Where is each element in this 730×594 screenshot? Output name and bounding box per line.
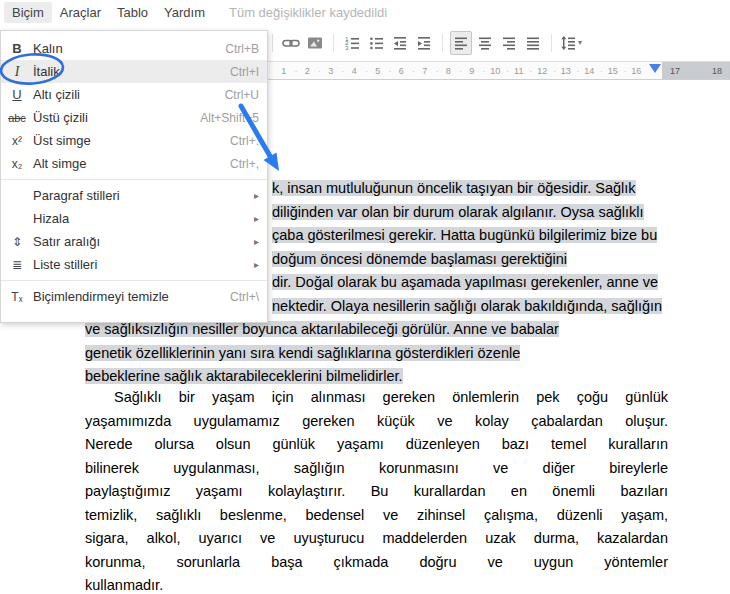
ruler-mark: 9 xyxy=(460,66,484,76)
insert-image-button[interactable] xyxy=(304,31,326,55)
insert-link-button[interactable] xyxy=(280,31,302,55)
decrease-indent-icon xyxy=(391,34,409,52)
ruler-mark: 2 xyxy=(296,66,320,76)
selected-text: bebeklerine sağlık aktarabileceklerini b… xyxy=(85,368,403,384)
submenu-arrow-icon: ▸ xyxy=(254,190,259,201)
image-icon xyxy=(306,34,324,52)
increase-indent-button[interactable] xyxy=(413,31,435,55)
menu-item-label: Üstü çizili xyxy=(33,110,200,125)
text: Sağlıklı bir yaşam için alınması gereken… xyxy=(114,389,668,405)
text: yaşamımızda uygulamamız gereken küçük ve… xyxy=(85,413,668,429)
ruler-mark: 13 xyxy=(554,66,578,76)
ruler-mark: 15 xyxy=(601,66,625,76)
selected-text: dir. Doğal olarak bu aşamada yapılması g… xyxy=(272,274,658,290)
menu-item-ustu-cizili[interactable]: abc Üstü çizili Alt+Shift+5 xyxy=(1,106,267,129)
shortcut-label: Ctrl+I xyxy=(230,65,259,79)
toolbar-divider xyxy=(272,34,273,52)
shortcut-label: Ctrl+. xyxy=(230,134,259,148)
text-line: bebeklerine sağlık aktarabileceklerini b… xyxy=(85,365,705,389)
menu-item-label: Paragraf stilleri xyxy=(33,188,246,203)
strikethrough-icon: abc xyxy=(1,112,33,124)
menu-item-label: Liste stilleri xyxy=(33,257,246,272)
text-line: paylaştığımız yaşamı kolaylaştırır. Bu k… xyxy=(85,480,668,504)
selected-text: genetik özelliklerinin yanı sıra kendi s… xyxy=(85,345,520,361)
shortcut-label: Ctrl+B xyxy=(225,42,259,56)
toolbar-divider xyxy=(551,34,552,52)
menu-tablo[interactable]: Tablo xyxy=(109,2,156,23)
ruler-mark: 17 xyxy=(670,66,680,76)
shortcut-label: Ctrl+\ xyxy=(230,290,259,304)
link-icon xyxy=(281,34,301,52)
ruler-mark: 4 xyxy=(343,66,367,76)
text-line: yaşamımızda uygulamamız gereken küçük ve… xyxy=(85,410,668,434)
menu-item-hizala[interactable]: Hizala ▸ xyxy=(1,207,267,230)
menu-bicim[interactable]: Biçim xyxy=(4,2,52,23)
menu-item-label: Hizala xyxy=(33,211,246,226)
menu-item-label: Üst simge xyxy=(33,133,230,148)
numbered-list-button[interactable]: 1 2 3 xyxy=(341,31,363,55)
align-center-button[interactable] xyxy=(474,31,496,55)
increase-indent-icon xyxy=(415,34,433,52)
menu-item-kalin[interactable]: B Kalın Ctrl+B xyxy=(1,37,267,60)
save-status: Tüm değişiklikler kaydedildi xyxy=(229,5,387,20)
ruler-mark: 8 xyxy=(437,66,461,76)
align-justify-button[interactable] xyxy=(522,31,544,55)
menu-item-liste-stilleri[interactable]: ≣ Liste stilleri ▸ xyxy=(1,253,267,276)
menu-araclar[interactable]: Araçlar xyxy=(52,2,109,23)
menu-item-ust-simge[interactable]: x² Üst simge Ctrl+. xyxy=(1,129,267,152)
subscript-icon: x₂ xyxy=(1,157,33,171)
text-line: temizlik, sağlıklı beslenme, bedensel ve… xyxy=(85,504,668,528)
paragraph: Sağlıklı bir yaşam için alınması gereken… xyxy=(85,386,668,594)
selected-text: çaba gösterilmesi gerekir. Hatta bugünkü… xyxy=(272,227,657,243)
line-spacing-button[interactable]: ▾ xyxy=(559,31,582,55)
submenu-arrow-icon: ▸ xyxy=(254,259,259,270)
align-right-button[interactable] xyxy=(498,31,520,55)
ruler-mark: 11 xyxy=(507,66,531,76)
right-margin-marker[interactable] xyxy=(649,64,661,73)
submenu-arrow-icon: ▸ xyxy=(254,213,259,224)
menu-item-italik[interactable]: I İtalik Ctrl+I xyxy=(1,60,267,83)
ruler-margin-zone: 1718 xyxy=(662,62,730,79)
menu-item-satir-araligi[interactable]: ⇕ Satır aralığı ▸ xyxy=(1,230,267,253)
menu-bar: Biçim Araçlar Tablo Yardım Tüm değişikli… xyxy=(0,0,730,24)
bold-icon: B xyxy=(1,41,33,56)
text: sigara, alkol, uyarıcı ve uyuşturucu mad… xyxy=(85,530,668,546)
ruler-mark: 7 xyxy=(413,66,437,76)
ruler-mark: 3 xyxy=(319,66,343,76)
menu-item-bicimlendirmeyi-temizle[interactable]: Tₓ Biçimlendirmeyi temizle Ctrl+\ xyxy=(1,285,267,308)
menu-item-alti-cizili[interactable]: U Altı çizili Ctrl+U xyxy=(1,83,267,106)
line-spacing-icon xyxy=(559,34,577,52)
toolbar-divider xyxy=(442,34,443,52)
svg-text:3: 3 xyxy=(345,44,348,50)
menu-item-label: Alt simge xyxy=(33,156,230,171)
shortcut-label: Ctrl+U xyxy=(225,88,259,102)
menu-item-label: Satır aralığı xyxy=(33,234,246,249)
menu-item-alt-simge[interactable]: x₂ Alt simge Ctrl+, xyxy=(1,152,267,175)
google-docs-window: Biçim Araçlar Tablo Yardım Tüm değişikli… xyxy=(0,0,730,594)
menu-item-label: Biçimlendirmeyi temizle xyxy=(33,289,230,304)
toolbar-divider xyxy=(333,34,334,52)
italic-icon: I xyxy=(1,64,33,80)
text: paylaştığımız yaşamı kolaylaştırır. Bu k… xyxy=(85,483,668,499)
decrease-indent-button[interactable] xyxy=(389,31,411,55)
selected-text: diliğinden var olan bir durum olarak alg… xyxy=(272,204,644,220)
menu-item-paragraf-stilleri[interactable]: Paragraf stilleri ▸ xyxy=(1,184,267,207)
text: Nerede olursa olsun günlük yaşamı düzenl… xyxy=(85,436,668,452)
shortcut-label: Ctrl+, xyxy=(230,157,259,171)
numbered-list-icon: 1 2 3 xyxy=(343,34,361,52)
underline-icon: U xyxy=(1,87,33,102)
text-line: Nerede olursa olsun günlük yaşamı düzenl… xyxy=(85,433,668,457)
align-left-button[interactable] xyxy=(450,31,472,55)
menu-item-label: Kalın xyxy=(33,41,225,56)
selected-text: ve sağlıksızlığın nesiller boyunca aktar… xyxy=(85,321,559,337)
text-line: genetik özelliklerinin yanı sıra kendi s… xyxy=(85,342,705,366)
menu-yardim[interactable]: Yardım xyxy=(156,2,213,23)
bulleted-list-button[interactable] xyxy=(365,31,387,55)
ruler-mark: 18 xyxy=(712,66,722,76)
shortcut-label: Alt+Shift+5 xyxy=(200,111,259,125)
text: korunma, sorunlarla başa çıkmada doğru v… xyxy=(85,554,668,570)
ruler-mark: 14 xyxy=(578,66,602,76)
chevron-down-icon: ▾ xyxy=(578,38,582,47)
align-right-icon xyxy=(500,34,518,52)
text-line: korunma, sorunlarla başa çıkmada doğru v… xyxy=(85,551,668,575)
